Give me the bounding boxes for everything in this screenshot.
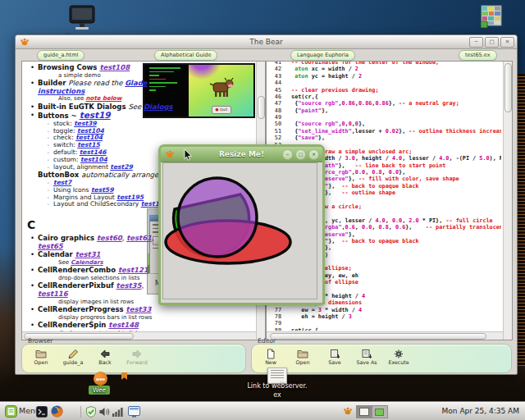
doc-link[interactable]: Calendars [71,259,103,266]
forward-button[interactable]: Forward [125,347,149,365]
workspace-2[interactable] [372,405,388,418]
editor-vertical-scrollbar[interactable] [503,62,512,340]
doc-link[interactable]: note below [86,95,122,102]
doc-line: Cairo graphics test60, test61, test65 [38,235,161,250]
doc-link[interactable]: test29 [110,163,133,171]
doc-link[interactable]: test19 [80,110,111,120]
doc-link[interactable]: test61 [126,234,152,242]
menu-icon[interactable] [5,405,17,418]
save-as-button[interactable]: Save As [354,347,379,365]
dialog-minimize-button[interactable]: ─ [282,149,293,160]
desktop-icon-thumbnail[interactable] [481,5,505,30]
terminal-icon[interactable] [36,406,48,418]
editor-vscroll-thumb[interactable] [504,63,512,112]
open-button[interactable]: Open [290,347,315,365]
code-token: "set_line_width" [298,128,351,135]
doc-link[interactable]: test33 [126,305,152,313]
cow-demo-canvas: ● Quit [189,65,253,116]
doc-link[interactable]: test104 [77,127,104,135]
code-token: xc = width / [308,66,355,72]
save-button[interactable]: Save [322,347,347,365]
doc-link[interactable]: test35 [116,281,142,290]
code-line: 80 set(cr,{ [268,327,318,331]
code-token: 3 [349,313,352,320]
doc-link[interactable]: test59 [91,186,114,194]
doc-link[interactable]: test116 [38,290,68,298]
browser-horizontal-scrollbar[interactable] [22,331,256,340]
code-token: -- fill with color, save shape [358,176,459,182]
doc-text: Built-in EuGTK Dialogs [38,103,128,111]
desktop-icon-wee[interactable]: wee Wee [87,371,130,397]
code-token: }, [318,135,325,141]
doc-link[interactable]: test65 [38,242,63,250]
tab-alphabetical-guide[interactable]: Alphabetical Guide [154,50,217,61]
doc-line: CellRendererPixbuf test35, test116 [38,282,161,298]
desktop-icon-webserver-link[interactable]: Link to webserver. ex [238,366,317,402]
code-token: -- outline shape [342,189,395,196]
doc-link[interactable]: test148 [108,321,139,329]
execute-icon [386,347,411,358]
code-token: }, [349,231,355,238]
minimize-button[interactable]: ─ [469,37,483,48]
doc-link[interactable]: test195 [116,194,144,201]
doc-link[interactable]: test31 [75,250,101,258]
maximize-button[interactable]: □ [485,37,499,48]
doc-link[interactable]: test121 [118,266,148,274]
editor-horizontal-scrollbar[interactable] [267,331,503,340]
wee-label: Wee [89,386,110,395]
doc-link[interactable]: test104 [80,156,107,163]
doc-link[interactable]: test104 [75,134,103,141]
workspace-1[interactable] [356,405,372,418]
window-titlebar[interactable]: The Bear ─ □ ✕ [16,35,517,49]
save-icon [322,347,347,358]
tab-test65[interactable]: test65.ex [459,50,497,61]
line-number: 49 [268,114,281,121]
dialog-drawing-canvas[interactable] [162,162,317,299]
code-token: }, [328,183,341,189]
close-button[interactable]: ✕ [500,37,514,48]
line-number: 50 [268,121,281,127]
tab-language-euphoria[interactable]: Language Euphoria [290,50,355,61]
back-button[interactable]: Back [93,347,117,365]
firefox-icon[interactable] [51,405,63,418]
display-settings-icon[interactable] [128,406,140,418]
network-signal-icon[interactable] [112,407,124,417]
new-button[interactable]: New [258,347,283,365]
editor-hscroll-thumb[interactable] [270,333,486,340]
doc-text: check: [53,134,75,141]
code-token: 0.8 [372,169,381,176]
code-token: 0.8 [379,224,389,231]
window-title: The Bear [16,35,517,48]
code-token: , [355,224,362,231]
doc-link[interactable]: test60 [97,234,122,242]
volume-icon[interactable] [99,407,110,417]
execute-button[interactable]: Execute [386,347,411,365]
browser-vscroll-thumb[interactable] [258,96,265,119]
code-token: set(cr,{ [288,327,318,331]
code-token: * width / [322,307,358,313]
code-token: * PI}, [419,217,446,224]
editor-toolbar: NewOpenSaveSave AsExecute [258,347,411,365]
doc-text: Also, see [58,95,86,102]
taskbar-clock[interactable]: Mon Apr 25, 4:35 AM [442,407,519,415]
doc-text: CellRendererPixbuf [38,281,116,290]
doc-link[interactable]: test7 [53,179,71,186]
doc-text: C [27,218,35,231]
doc-link[interactable]: test146 [80,148,107,156]
dialog-maximize-button[interactable]: □ [295,149,306,160]
update-check-icon[interactable] [85,406,97,418]
tab-guide-a[interactable]: guide_a.html [37,50,84,61]
dialog-close-button[interactable]: ✕ [308,149,319,160]
code-line: 42 aton xc = width / 2 [268,66,358,72]
code-token: }, [328,238,341,244]
guide_a-button[interactable]: guide_a [61,347,85,365]
doc-link[interactable]: Dialogs [144,103,173,111]
doc-link[interactable]: test39 [74,120,97,127]
tray-paw-icon[interactable] [343,406,353,416]
open-button[interactable]: Open [29,347,53,365]
doc-link[interactable]: test108 [99,63,130,71]
toolbar-button-label: Save As [354,359,379,365]
doc-link[interactable]: test15 [77,141,100,148]
line-number: 52 [268,135,281,141]
doc-line: Builder Please read the Glade instructio… [38,80,167,95]
